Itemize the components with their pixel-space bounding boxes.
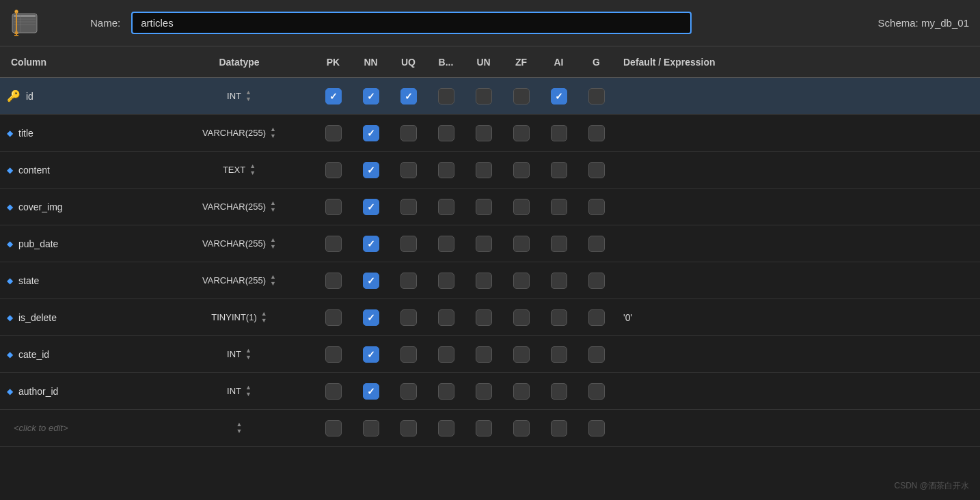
cb-uq-0[interactable]: [400, 88, 417, 105]
cb-ai-1[interactable]: [551, 125, 567, 141]
cell-b-8[interactable]: [427, 380, 465, 402]
stepper-down-icon-1[interactable]: ▼: [270, 133, 276, 139]
new-row-ai[interactable]: [540, 417, 577, 439]
cb-nn-1[interactable]: [363, 125, 379, 141]
cell-zf-3[interactable]: [502, 196, 540, 218]
cb-uq-6[interactable]: [400, 309, 417, 326]
cb-un-2[interactable]: [476, 162, 492, 178]
cb-uq-4[interactable]: [400, 236, 417, 252]
cb-ai-4[interactable]: [551, 236, 567, 252]
cell-pk-0[interactable]: [314, 85, 352, 107]
cb-nn-6[interactable]: [363, 309, 379, 326]
cell-pk-4[interactable]: [314, 233, 352, 255]
cell-g-8[interactable]: [577, 380, 615, 402]
cell-g-6[interactable]: [577, 307, 615, 329]
cb-zf-6[interactable]: [513, 309, 530, 326]
cell-ai-6[interactable]: [540, 307, 577, 329]
cell-pk-8[interactable]: [314, 380, 352, 402]
stepper-up-icon[interactable]: ▲: [236, 421, 243, 428]
stepper-down-icon-5[interactable]: ▼: [270, 281, 276, 287]
cb-zf-3[interactable]: [513, 199, 530, 215]
cb-un-8[interactable]: [476, 383, 492, 400]
cell-datatype-2[interactable]: TEXT ▲ ▼: [164, 161, 314, 179]
cb-b-3[interactable]: [438, 199, 454, 215]
cell-ai-5[interactable]: [540, 270, 577, 292]
stepper-up-icon-5[interactable]: ▲: [270, 274, 276, 280]
cell-datatype-8[interactable]: INT ▲ ▼: [164, 382, 314, 400]
stepper-up-icon-2[interactable]: ▲: [249, 163, 256, 169]
cell-datatype-4[interactable]: VARCHAR(255) ▲ ▼: [164, 234, 314, 253]
cb-un-6[interactable]: [476, 309, 492, 326]
cb-un-0[interactable]: [476, 88, 492, 105]
cell-colname-6[interactable]: ◆ is_delete: [0, 309, 164, 326]
cell-uq-5[interactable]: [390, 270, 427, 292]
cb-nn-4[interactable]: [363, 236, 379, 252]
table-row[interactable]: ◆ cover_img VARCHAR(255) ▲ ▼: [0, 189, 980, 225]
cb-g-2[interactable]: [588, 162, 605, 178]
stepper-3[interactable]: ▲ ▼: [270, 200, 276, 213]
cb-uq-7[interactable]: [400, 346, 417, 363]
cb-b-5[interactable]: [438, 273, 454, 289]
stepper-down-icon-6[interactable]: ▼: [261, 318, 267, 324]
cell-nn-2[interactable]: [352, 159, 390, 181]
new-row-zf[interactable]: [502, 417, 540, 439]
cell-datatype-1[interactable]: VARCHAR(255) ▲ ▼: [164, 124, 314, 142]
table-row[interactable]: ◆ title VARCHAR(255) ▲ ▼: [0, 115, 980, 152]
cell-uq-4[interactable]: [390, 233, 427, 255]
cell-uq-6[interactable]: [390, 307, 427, 329]
cb-ai-0[interactable]: [551, 88, 567, 105]
cb-g-5[interactable]: [588, 273, 605, 289]
stepper-down-icon-3[interactable]: ▼: [270, 207, 276, 213]
cb-pk-7[interactable]: [325, 346, 342, 363]
cell-g-0[interactable]: [577, 85, 615, 107]
stepper-4[interactable]: ▲ ▼: [270, 237, 276, 250]
table-row[interactable]: ◆ pub_date VARCHAR(255) ▲ ▼: [0, 225, 980, 262]
cell-un-6[interactable]: [465, 307, 502, 329]
cb-ai-5[interactable]: [551, 273, 567, 289]
new-row-stepper[interactable]: ▲ ▼: [236, 421, 243, 434]
cb-b-0[interactable]: [438, 88, 454, 105]
cb-nn-7[interactable]: [363, 346, 379, 363]
stepper-down-icon-7[interactable]: ▼: [245, 355, 251, 361]
cell-uq-8[interactable]: [390, 380, 427, 402]
cb-uq-3[interactable]: [400, 199, 417, 215]
table-name-input[interactable]: [131, 12, 692, 34]
cb-ai-7[interactable]: [551, 346, 567, 363]
cell-g-2[interactable]: [577, 159, 615, 181]
cb-zf-7[interactable]: [513, 346, 530, 363]
cb-g-0[interactable]: [588, 88, 605, 105]
new-row-un[interactable]: [465, 417, 502, 439]
cb-zf-4[interactable]: [513, 236, 530, 252]
stepper-up-icon-6[interactable]: ▲: [261, 311, 267, 317]
new-row-datatype-cell[interactable]: ▲ ▼: [164, 419, 314, 437]
cell-uq-7[interactable]: [390, 344, 427, 365]
cb-pk-4[interactable]: [325, 236, 342, 252]
cb-b[interactable]: [438, 420, 454, 436]
cb-pk-8[interactable]: [325, 383, 342, 400]
stepper-7[interactable]: ▲ ▼: [245, 348, 251, 361]
cb-zf-0[interactable]: [513, 88, 530, 105]
stepper-6[interactable]: ▲ ▼: [261, 311, 267, 324]
table-row[interactable]: ◆ is_delete TINYINT(1) ▲ ▼: [0, 299, 980, 336]
cb-pk-5[interactable]: [325, 273, 342, 289]
cell-ai-1[interactable]: [540, 122, 577, 144]
cell-colname-1[interactable]: ◆ title: [0, 125, 164, 141]
cell-zf-7[interactable]: [502, 344, 540, 365]
stepper-down-icon-4[interactable]: ▼: [270, 244, 276, 250]
cell-pk-1[interactable]: [314, 122, 352, 144]
stepper-up-icon-3[interactable]: ▲: [270, 200, 276, 206]
cb-uq-8[interactable]: [400, 383, 417, 400]
cell-nn-6[interactable]: [352, 307, 390, 329]
cell-datatype-5[interactable]: VARCHAR(255) ▲ ▼: [164, 271, 314, 290]
cell-nn-1[interactable]: [352, 122, 390, 144]
new-row-nn[interactable]: [352, 417, 390, 439]
cell-b-5[interactable]: [427, 270, 465, 292]
table-row[interactable]: 🔑 id INT ▲ ▼: [0, 78, 980, 115]
stepper-up-icon-7[interactable]: ▲: [245, 348, 251, 354]
cb-zf-1[interactable]: [513, 125, 530, 141]
table-row[interactable]: ◆ state VARCHAR(255) ▲ ▼: [0, 262, 980, 299]
cb-ai-3[interactable]: [551, 199, 567, 215]
cell-b-1[interactable]: [427, 122, 465, 144]
stepper-down-icon[interactable]: ▼: [236, 428, 243, 434]
cell-b-6[interactable]: [427, 307, 465, 329]
